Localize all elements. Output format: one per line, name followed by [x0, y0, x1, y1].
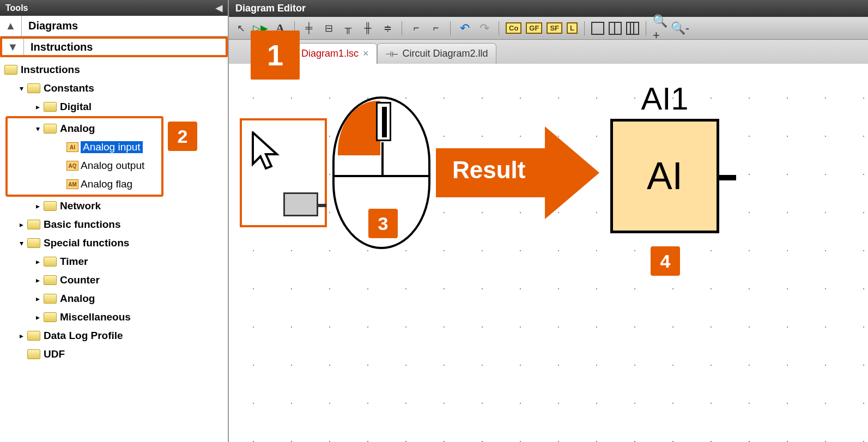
- ladder-icon: ⊣⊢: [385, 50, 398, 58]
- tree-special-functions[interactable]: ▾ Special functions: [4, 234, 228, 252]
- step-tool-1-icon[interactable]: ⌐: [409, 21, 424, 36]
- layout-split-3-icon[interactable]: [626, 22, 639, 35]
- instruction-illustration: 3 Result: [240, 96, 599, 249]
- result-arrow-label: Result: [452, 156, 525, 184]
- folder-icon: [44, 294, 57, 304]
- callout-4: 4: [651, 246, 680, 276]
- analog-input-icon: AI: [66, 142, 78, 152]
- tab-bar: uit Diagram1.lsc × ⊣⊢ Circuit Diagram2.l…: [229, 40, 868, 64]
- align-tool-3-icon[interactable]: ╥: [341, 21, 356, 36]
- ai-block[interactable]: AI1 AI 4: [610, 80, 719, 233]
- tree-analog-sf[interactable]: ▸ Analog: [4, 289, 228, 308]
- folder-icon: [44, 124, 57, 134]
- l-button[interactable]: L: [567, 22, 578, 34]
- cursor-preview-box: [240, 118, 327, 227]
- folder-icon: [44, 275, 57, 285]
- folder-icon: [27, 349, 40, 359]
- tools-title-bar: Tools ◀: [0, 0, 228, 16]
- folder-icon: [27, 238, 40, 248]
- folder-icon: [4, 65, 17, 75]
- toolbar-separator: [584, 21, 585, 35]
- toolbar-separator: [402, 21, 402, 35]
- result-arrow: Result: [436, 124, 599, 222]
- ai-block-title: AI1: [610, 80, 719, 117]
- tree-timer[interactable]: ▸ Timer: [4, 252, 228, 271]
- gf-button[interactable]: GF: [526, 22, 542, 34]
- expand-toggle-icon[interactable]: ▸: [33, 313, 43, 322]
- callout-2: 2: [168, 122, 197, 151]
- tree-analog-flag[interactable]: AM Analog flag: [8, 175, 161, 193]
- folder-icon: [27, 220, 40, 229]
- tree-constants[interactable]: ▾ Constants: [4, 79, 228, 98]
- mouse-divider: [381, 142, 384, 175]
- expand-toggle-icon[interactable]: ▸: [16, 331, 26, 340]
- mouse-scroll-wheel: [376, 102, 391, 141]
- diagram-canvas[interactable]: 3 Result AI1 AI 4: [229, 64, 868, 442]
- close-icon[interactable]: ×: [363, 48, 369, 59]
- collapse-toggle-icon[interactable]: ▾: [16, 239, 26, 247]
- pointer-tool-icon[interactable]: ↖: [233, 21, 248, 36]
- folder-icon: [27, 331, 40, 341]
- tree-analog-output[interactable]: AQ Analog output: [8, 156, 161, 175]
- undo-icon[interactable]: ↶: [457, 21, 472, 36]
- expand-toggle-icon[interactable]: ▸: [33, 257, 43, 266]
- ai-block-body[interactable]: AI: [610, 119, 719, 233]
- callout-1: 1: [251, 31, 300, 80]
- tools-panel: Tools ◀ ▲ Diagrams ▼ Instructions Instru…: [0, 0, 229, 442]
- tree-basic-functions[interactable]: ▸ Basic functions: [4, 215, 228, 234]
- layout-single-icon[interactable]: [591, 22, 604, 35]
- analog-output-icon: AQ: [66, 161, 78, 171]
- expand-toggle-icon[interactable]: ▸: [33, 276, 43, 284]
- layout-split-v-icon[interactable]: [609, 22, 622, 35]
- diagrams-section-header[interactable]: ▲ Diagrams: [0, 16, 228, 37]
- mouse-illustration: 3: [332, 96, 430, 249]
- tree-data-log[interactable]: ▸ Data Log Profile: [4, 326, 228, 345]
- collapse-icon[interactable]: ◀: [216, 3, 222, 13]
- mouse-cross: [335, 175, 428, 177]
- chevron-up-icon[interactable]: ▲: [0, 16, 22, 36]
- tree-udf[interactable]: ▸ UDF: [4, 345, 228, 364]
- tools-title: Tools: [5, 3, 28, 13]
- tree-analog-input[interactable]: AI Analog input: [8, 138, 161, 156]
- editor-toolbar: ↖ ▷▶ A ╪ ⊟ ╥ ╫ ≑ ⌐ ⌐ ↶ ↷ Co GF SF L 🔍+: [229, 17, 868, 40]
- mouse-left-button: [338, 101, 380, 155]
- cursor-arrow-icon: [252, 131, 290, 175]
- folder-icon: [44, 257, 57, 267]
- toolbar-separator: [450, 21, 451, 35]
- co-button[interactable]: Co: [506, 22, 521, 34]
- editor-area: Diagram Editor ↖ ▷▶ A ╪ ⊟ ╥ ╫ ≑ ⌐ ⌐ ↶ ↷ …: [229, 0, 868, 442]
- collapse-toggle-icon[interactable]: ▾: [16, 84, 26, 93]
- instructions-section-header[interactable]: ▼ Instructions: [0, 37, 228, 57]
- editor-title: Diagram Editor: [229, 0, 868, 17]
- align-tool-1-icon[interactable]: ╪: [301, 21, 317, 36]
- collapse-toggle-icon[interactable]: ▾: [33, 124, 43, 133]
- zoom-in-icon[interactable]: 🔍+: [653, 21, 668, 36]
- chevron-down-icon[interactable]: ▼: [2, 39, 24, 55]
- tree-miscellaneous[interactable]: ▸ Miscellaneous: [4, 308, 228, 326]
- step-tool-2-icon[interactable]: ⌐: [428, 21, 444, 36]
- tree-digital[interactable]: ▸ Digital: [4, 98, 228, 116]
- align-tool-4-icon[interactable]: ╫: [360, 21, 375, 36]
- redo-icon[interactable]: ↷: [477, 21, 492, 36]
- expand-toggle-icon[interactable]: ▸: [16, 220, 26, 229]
- tree-network[interactable]: ▸ Network: [4, 197, 228, 215]
- expand-toggle-icon[interactable]: ▸: [33, 202, 43, 210]
- tab-diagram-2[interactable]: ⊣⊢ Circuit Diagram2.lld: [377, 43, 496, 64]
- zoom-out-icon[interactable]: 🔍-: [672, 21, 688, 36]
- align-tool-2-icon[interactable]: ⊟: [321, 21, 336, 36]
- toolbar-separator: [646, 21, 646, 35]
- align-tool-5-icon[interactable]: ≑: [380, 21, 395, 36]
- toolbar-separator: [499, 21, 499, 35]
- expand-toggle-icon[interactable]: ▸: [33, 294, 43, 303]
- ai-block-text: AI: [647, 154, 683, 198]
- tree-root-instructions[interactable]: Instructions: [4, 60, 228, 79]
- analog-flag-icon: AM: [66, 179, 78, 189]
- folder-icon: [44, 201, 57, 211]
- folder-icon: [44, 102, 57, 112]
- expand-toggle-icon[interactable]: ▸: [33, 102, 43, 111]
- tree-counter[interactable]: ▸ Counter: [4, 271, 228, 289]
- sf-button[interactable]: SF: [547, 22, 562, 34]
- folder-icon: [27, 83, 40, 93]
- tree-analog[interactable]: ▾ Analog: [8, 119, 161, 138]
- folder-icon: [44, 312, 57, 322]
